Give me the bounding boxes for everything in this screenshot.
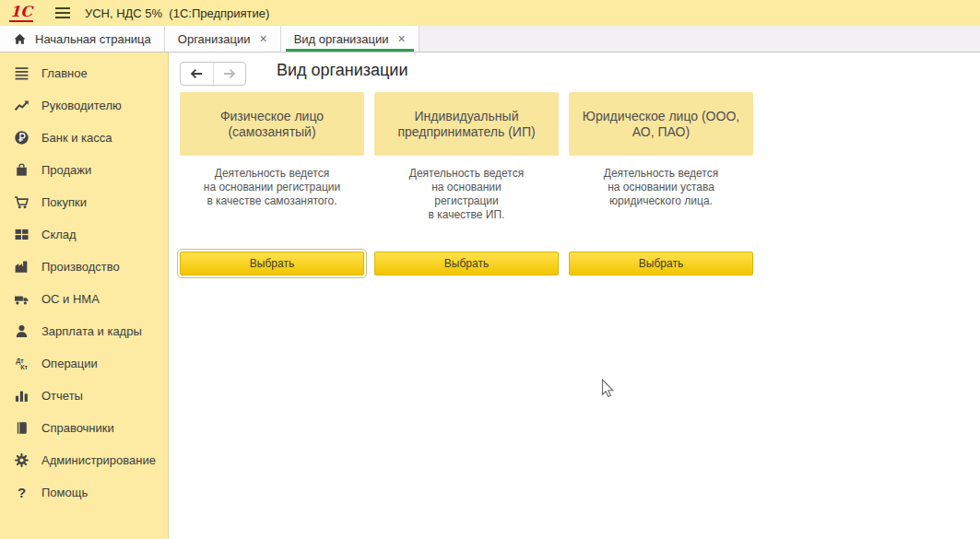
ruble-circle-icon	[14, 130, 30, 146]
menu-lines-icon	[14, 65, 30, 81]
tab-label: Организации	[178, 32, 251, 46]
sidebar-item-label: Отчеты	[41, 389, 83, 403]
trend-up-icon	[14, 98, 30, 113]
sidebar-item-label: Склад	[41, 228, 77, 241]
sidebar-item-label: Справочники	[41, 421, 114, 435]
card-description: Деятельность ведется на основании регист…	[180, 167, 364, 208]
tab-label: Вид организации	[294, 32, 389, 46]
sidebar-item-label: Администрирование	[41, 453, 156, 467]
sidebar-item-bank-cash[interactable]: Банк и касса	[0, 122, 168, 154]
sidebar-item-payroll-hr[interactable]: Зарплата и кадры	[0, 315, 168, 347]
card-entrepreneur: Индивидуальный предприниматель (ИП) Деят…	[374, 92, 559, 275]
sidebar: Главное Руководителю Банк и касса Продаж…	[0, 53, 169, 539]
tab-label: Начальная страница	[35, 32, 151, 46]
sidebar-item-reports[interactable]: Отчеты	[0, 380, 168, 412]
sidebar-item-label: Главное	[41, 66, 88, 80]
card-legal-entity: Юридическое лицо (ООО, АО, ПАО) Деятельн…	[569, 92, 753, 275]
home-icon	[13, 32, 27, 46]
sidebar-item-help[interactable]: ? Помощь	[0, 476, 168, 509]
card-description: Деятельность ведется на основании регист…	[374, 167, 559, 222]
sidebar-item-fixed-assets[interactable]: ОС и НМА	[0, 283, 168, 315]
sidebar-item-label: Продажи	[41, 163, 91, 177]
tab-close-icon[interactable]: ×	[398, 32, 406, 45]
history-nav-group	[180, 62, 246, 86]
card-title: Юридическое лицо (ООО, АО, ПАО)	[569, 92, 753, 156]
factory-icon	[14, 259, 30, 275]
card-self-employed: Физическое лицо (самозанятый) Деятельнос…	[180, 92, 364, 275]
shopping-bag-icon	[14, 162, 30, 178]
sidebar-item-sales[interactable]: Продажи	[0, 154, 168, 186]
tab-bar: Начальная страница Организации × Вид орг…	[0, 26, 980, 53]
sidebar-item-operations[interactable]: ДтКт Операции	[0, 347, 168, 380]
main-menu-button[interactable]	[55, 7, 70, 18]
sidebar-item-main[interactable]: Главное	[0, 57, 168, 89]
card-description: Деятельность ведется на основании устава…	[569, 167, 753, 208]
sidebar-item-label: Производство	[41, 260, 120, 274]
sidebar-item-label: Руководителю	[41, 99, 122, 112]
back-button[interactable]	[181, 63, 214, 85]
tab-organization-type[interactable]: Вид организации ×	[281, 26, 419, 52]
sidebar-item-label: Помощь	[41, 486, 88, 499]
sidebar-item-label: Покупки	[41, 195, 87, 209]
titlebar: 1С УСН, НДС 5% (1С:Предприятие)	[0, 0, 980, 26]
tab-close-icon[interactable]: ×	[259, 32, 266, 45]
question-icon: ?	[14, 485, 30, 500]
truck-icon	[14, 291, 30, 307]
sidebar-item-manager[interactable]: Руководителю	[0, 89, 168, 122]
sidebar-item-label: Зарплата и кадры	[41, 324, 142, 338]
sidebar-item-directories[interactable]: Справочники	[0, 412, 168, 444]
shopping-cart-icon	[14, 194, 30, 210]
tab-organizations[interactable]: Организации ×	[165, 26, 281, 52]
sidebar-item-production[interactable]: Производство	[0, 251, 168, 283]
boxes-icon	[14, 227, 30, 242]
gear-icon	[14, 452, 30, 468]
sidebar-item-warehouse[interactable]: Склад	[0, 218, 168, 251]
bar-chart-icon	[14, 388, 30, 404]
sidebar-item-administration[interactable]: Администрирование	[0, 444, 168, 476]
organization-type-cards: Физическое лицо (самозанятый) Деятельнос…	[180, 92, 753, 275]
debit-credit-icon: ДтКт	[14, 356, 30, 371]
arrow-left-icon	[189, 67, 204, 80]
sidebar-item-label: ОС и НМА	[41, 292, 100, 306]
app-logo-1c: 1С	[9, 5, 33, 22]
select-button-entrepreneur[interactable]: Выбрать	[374, 252, 559, 275]
arrow-right-icon	[222, 67, 237, 80]
tab-home[interactable]: Начальная страница	[0, 26, 165, 52]
card-title: Индивидуальный предприниматель (ИП)	[374, 92, 559, 156]
window-title: УСН, НДС 5% (1С:Предприятие)	[85, 6, 269, 20]
book-icon	[14, 420, 30, 436]
sidebar-item-label: Банк и касса	[41, 131, 112, 145]
person-icon	[14, 323, 30, 339]
select-button-legal-entity[interactable]: Выбрать	[569, 252, 753, 275]
sidebar-item-purchases[interactable]: Покупки	[0, 186, 168, 218]
active-tab-underline	[286, 49, 414, 52]
main-content: Вид организации Физическое лицо (самозан…	[170, 53, 980, 539]
hamburger-icon	[55, 7, 70, 9]
page-title: Вид организации	[277, 61, 407, 80]
select-button-self-employed[interactable]: Выбрать	[180, 252, 364, 275]
forward-button[interactable]	[214, 63, 246, 85]
sidebar-item-label: Операции	[41, 357, 98, 370]
card-title: Физическое лицо (самозанятый)	[180, 92, 364, 156]
